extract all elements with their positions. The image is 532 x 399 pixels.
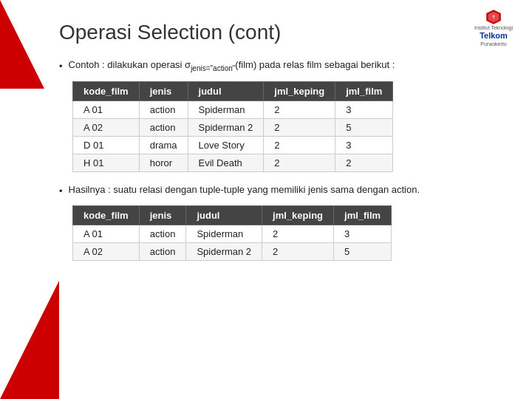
table-cell: H 01 [73,154,140,171]
table-cell: drama [139,136,188,154]
table-cell: D 01 [73,136,140,154]
table-cell: 3 [335,136,393,154]
table1-col-jenis: jenis [139,81,188,100]
table-cell: 2 [264,118,335,136]
table1-wrapper: kode_film jenis judul jml_keping jml_fil… [72,81,514,172]
table-cell: 3 [334,225,392,243]
table-cell: A 02 [73,118,140,136]
table2: kode_film jenis judul jml_keping jml_fil… [72,205,392,261]
table-cell: action [139,243,186,261]
table2-col-jml-keping: jml_keping [262,206,334,225]
table-cell: Evil Death [188,154,264,171]
bullet-dot-2: • [59,184,63,199]
table1-col-jml-keping: jml_keping [264,81,335,100]
bullet-dot-1: • [59,59,63,74]
table-cell: 2 [262,243,334,261]
bullet-content-2: Hasilnya : suatu relasi dengan tuple-tup… [69,183,514,197]
table-cell: Spiderman 2 [186,243,262,261]
left-decoration-bottom [0,281,59,399]
bullet-content-1: Contoh : dilakukan operasi σjenis="actio… [69,58,514,74]
bullet-section-2: • Hasilnya : suatu relasi dengan tuple-t… [59,183,514,262]
page-title: Operasi Selection (cont) [59,21,514,44]
table2-body: A 01actionSpiderman23A 02actionSpiderman… [73,225,392,261]
table-cell: A 02 [73,243,140,261]
table2-col-jenis: jenis [139,206,186,225]
table-cell: 5 [334,243,392,261]
table-cell: 2 [264,154,335,171]
table1: kode_film jenis judul jml_keping jml_fil… [72,81,393,172]
table-cell: 3 [335,100,393,118]
table-cell: 2 [264,100,335,118]
table1-header-row: kode_film jenis judul jml_keping jml_fil… [73,81,393,100]
table-row: A 02actionSpiderman 225 [73,243,392,261]
table-row: D 01dramaLove Story23 [73,136,393,154]
table-cell: action [139,100,188,118]
bullet-section-1: • Contoh : dilakukan operasi σjenis="act… [59,58,514,172]
table-cell: action [139,225,186,243]
table-cell: A 01 [73,225,140,243]
table-row: A 01actionSpiderman23 [73,225,392,243]
bullet-text-2: • Hasilnya : suatu relasi dengan tuple-t… [59,183,514,199]
table-row: H 01hororEvil Death22 [73,154,393,171]
table1-col-judul: judul [188,81,264,100]
table-cell: Love Story [188,136,264,154]
table1-col-jml-film: jml_film [335,81,393,100]
table2-col-jml-film: jml_film [334,206,392,225]
table-row: A 02actionSpiderman 225 [73,118,393,136]
table2-header-row: kode_film jenis judul jml_keping jml_fil… [73,206,392,225]
bullet1-subscript: jenis="action" [191,64,235,72]
table1-col-kode: kode_film [73,81,140,100]
table2-col-kode: kode_film [73,206,140,225]
table-cell: 2 [264,136,335,154]
table-cell: A 01 [73,100,140,118]
table-cell: 2 [262,225,334,243]
table1-body: A 01actionSpiderman23A 02actionSpiderman… [73,100,393,171]
table-cell: horor [139,154,188,171]
table-cell: Spiderman [186,225,262,243]
table-cell: 5 [335,118,393,136]
table-cell: Spiderman 2 [188,118,264,136]
table2-col-judul: judul [186,206,262,225]
bullet1-suffix: (film) pada relas film sebagai berikut : [235,59,395,70]
table-row: A 01actionSpiderman23 [73,100,393,118]
bullet1-prefix: Contoh : dilakukan operasi σ [69,59,191,70]
table-cell: action [139,118,188,136]
table-cell: 2 [335,154,393,171]
bullet-text-1: • Contoh : dilakukan operasi σjenis="act… [59,58,514,74]
main-content: Operasi Selection (cont) • Contoh : dila… [52,0,532,399]
table2-wrapper: kode_film jenis judul jml_keping jml_fil… [72,205,514,261]
table-cell: Spiderman [188,100,264,118]
left-decoration-top [0,0,44,89]
